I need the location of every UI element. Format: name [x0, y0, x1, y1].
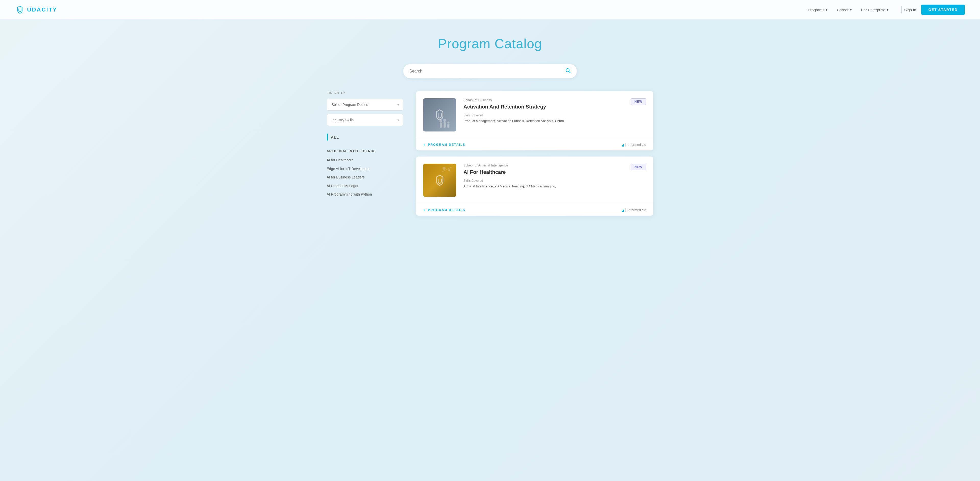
nav-programs[interactable]: Programs ▾: [808, 7, 828, 12]
level-bar-2: [623, 210, 624, 212]
logo-text: UDACITY: [27, 6, 57, 13]
level-indicator-1: Intermediate: [622, 143, 646, 147]
search-container: [0, 62, 980, 91]
svg-point-3: [439, 120, 442, 123]
card-footer-2: + PROGRAM DETAILS Intermediate: [416, 204, 653, 216]
skills-text-1: Product Management, Activation Funnels, …: [463, 118, 624, 124]
page-title: Program Catalog: [5, 36, 975, 51]
level-bars-1: [622, 143, 626, 147]
all-filter-indicator: [327, 134, 328, 141]
card-body-1: School of Business Activation And Retent…: [463, 98, 624, 124]
level-bar-2: [623, 144, 624, 147]
card-thumbnail-2: [423, 164, 456, 197]
svg-point-8: [442, 167, 445, 170]
all-filter-label: ALL: [331, 135, 339, 139]
main-content: FILTER BY Select Program Details ▾ Indus…: [311, 91, 669, 237]
ai-category-title: ARTIFICIAL INTELLIGENCE: [327, 149, 403, 153]
card-inner-1: School of Business Activation And Retent…: [416, 91, 653, 139]
card-footer-1: + PROGRAM DETAILS Intermediate: [416, 139, 653, 150]
svg-rect-2: [440, 123, 442, 127]
level-bars-2: [622, 208, 626, 212]
search-input[interactable]: [409, 69, 565, 73]
svg-point-10: [448, 169, 450, 171]
cards-area: School of Business Activation And Retent…: [416, 91, 653, 222]
filter-by-label: FILTER BY: [327, 91, 403, 94]
program-details-button-1[interactable]: + PROGRAM DETAILS: [423, 142, 465, 147]
hero-section: Program Catalog: [0, 20, 980, 62]
svg-rect-4: [444, 121, 445, 127]
sidebar: FILTER BY Select Program Details ▾ Indus…: [327, 91, 403, 222]
program-card-2: School of Artificial Intelligence AI For…: [416, 156, 653, 216]
sign-in-button[interactable]: Sign In: [904, 8, 916, 12]
chevron-down-icon: ▾: [850, 7, 852, 12]
search-box: [403, 64, 577, 78]
navbar: UDACITY Programs ▾ Career ▾ For Enterpri…: [0, 0, 980, 20]
nav-links: Programs ▾ Career ▾ For Enterprise ▾: [808, 7, 889, 12]
level-bar-1: [622, 145, 623, 147]
plus-icon: +: [423, 208, 426, 212]
card-thumbnail-1: [423, 98, 456, 132]
program-card-1: School of Business Activation And Retent…: [416, 91, 653, 150]
sidebar-item-edge-ai[interactable]: Edge AI for IoT Developers: [327, 165, 403, 174]
chevron-down-icon: ▾: [886, 7, 889, 12]
ai-category-section: ARTIFICIAL INTELLIGENCE AI for Healthcar…: [327, 149, 403, 199]
program-details-button-2[interactable]: + PROGRAM DETAILS: [423, 208, 465, 212]
new-badge-1: NEW: [631, 98, 646, 105]
skills-text-2: Artificial Intelligence, 2D Medical Imag…: [463, 184, 624, 189]
plus-icon: +: [423, 142, 426, 147]
sidebar-item-ai-python[interactable]: AI Programming with Python: [327, 190, 403, 199]
level-bar-3: [625, 143, 626, 147]
card-school-1: School of Business: [463, 98, 624, 102]
udacity-thumbnail-logo-2: [433, 174, 446, 186]
chevron-down-icon: ▾: [826, 7, 828, 12]
thumbnail-scene-1: [438, 118, 454, 129]
svg-rect-6: [447, 124, 449, 127]
sidebar-item-ai-product[interactable]: AI Product Manager: [327, 182, 403, 191]
level-bar-1: [622, 211, 623, 212]
search-icon: [565, 68, 571, 73]
program-details-filter[interactable]: Select Program Details: [327, 99, 403, 111]
skills-label-1: Skills Covered: [463, 114, 624, 117]
nav-divider: [901, 6, 902, 13]
sidebar-item-ai-healthcare[interactable]: AI for Healthcare: [327, 156, 403, 165]
card-inner-2: School of Artificial Intelligence AI For…: [416, 156, 653, 204]
all-filter[interactable]: ALL: [327, 131, 403, 143]
nav-career[interactable]: Career ▾: [837, 7, 852, 12]
svg-point-5: [443, 119, 446, 121]
industry-skills-filter[interactable]: Industry Skills: [327, 114, 403, 126]
nav-enterprise[interactable]: For Enterprise ▾: [861, 7, 889, 12]
logo-link[interactable]: UDACITY: [15, 5, 57, 14]
search-button[interactable]: [565, 68, 571, 75]
industry-skills-filter-wrapper: Industry Skills ▾: [327, 114, 403, 126]
card-title-1: Activation And Retention Strategy: [463, 104, 624, 110]
level-indicator-2: Intermediate: [622, 208, 646, 212]
card-title-2: AI For Healthcare: [463, 169, 624, 175]
skills-label-2: Skills Covered: [463, 179, 624, 183]
get-started-button[interactable]: GET STARTED: [921, 5, 965, 15]
card-body-2: School of Artificial Intelligence AI For…: [463, 164, 624, 189]
svg-point-7: [447, 121, 449, 124]
svg-line-1: [569, 72, 570, 73]
new-badge-2: NEW: [631, 164, 646, 170]
udacity-logo-icon: [15, 5, 24, 14]
level-bar-3: [625, 208, 626, 212]
card-school-2: School of Artificial Intelligence: [463, 164, 624, 167]
level-text-2: Intermediate: [628, 208, 646, 212]
thumbnail-scene-2: [440, 166, 454, 175]
program-details-filter-wrapper: Select Program Details ▾: [327, 99, 403, 111]
sidebar-item-ai-business[interactable]: AI for Business Leaders: [327, 173, 403, 182]
level-text-1: Intermediate: [628, 143, 646, 147]
